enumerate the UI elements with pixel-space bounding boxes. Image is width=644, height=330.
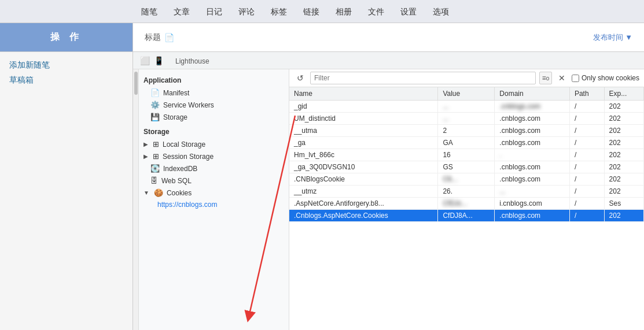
- devtools-body: Application 📄 Manifest ⚙️ Service Worker…: [133, 69, 644, 330]
- only-show-cookies-label[interactable]: Only show cookies: [572, 74, 639, 82]
- top-nav-item[interactable]: 相册: [327, 0, 360, 23]
- cell-path: /: [569, 198, 604, 210]
- cell-exp: Ses: [604, 198, 643, 210]
- cell-name: _ga: [289, 137, 438, 149]
- cell-domain: i.cnblogs.com: [495, 198, 570, 210]
- cell-name: UM_distinctid: [289, 113, 438, 125]
- filter-bar: ↺ ≡o ✕ Only show cookies: [289, 69, 644, 87]
- blog-title-area: 标题 📄: [145, 32, 174, 43]
- cell-domain: .cnblogs.com: [495, 173, 570, 186]
- top-nav-item[interactable]: 评论: [230, 0, 263, 23]
- session-storage-item[interactable]: ▶ ⊞ Session Storage: [139, 150, 289, 162]
- table-row[interactable]: _gid....cnblogs.com/202: [289, 101, 644, 113]
- top-nav-item[interactable]: 选项: [425, 0, 457, 23]
- title-label: 标题: [145, 32, 161, 43]
- cookie-table[interactable]: Name Value Domain Path Exp... _gid....cn…: [289, 87, 644, 330]
- cell-value: ...: [438, 101, 495, 113]
- inspect-icon[interactable]: ⬜: [138, 54, 152, 68]
- service-workers-icon: ⚙️: [150, 101, 160, 109]
- top-nav-item[interactable]: 标签: [263, 0, 295, 23]
- cell-name: _ga_3Q0DVSGN10: [289, 161, 438, 173]
- table-row[interactable]: .AspNetCore.Antiforgery.b8...CfDJc...i.c…: [289, 198, 644, 210]
- only-show-cookies-checkbox[interactable]: [572, 75, 579, 82]
- cell-exp: 202: [604, 161, 643, 173]
- application-section-title: Application: [139, 74, 289, 87]
- cell-path: /: [569, 125, 604, 137]
- cell-domain: .cnblogs.com: [495, 137, 570, 149]
- table-row[interactable]: .CNBlogsCookieC6....cnblogs.com/202: [289, 173, 644, 186]
- cookies-icon: 🍪: [154, 188, 163, 197]
- cell-domain: .cnblogs.com: [495, 113, 570, 125]
- table-row[interactable]: __utma2.cnblogs.com/202: [289, 125, 644, 137]
- table-row[interactable]: __utmz26..../202: [289, 186, 644, 198]
- cookies-sub-item[interactable]: https://cnblogs.com: [139, 199, 289, 210]
- filter-options-button[interactable]: ≡o: [539, 72, 552, 84]
- top-nav-item[interactable]: 随笔: [133, 0, 165, 23]
- refresh-button[interactable]: ↺: [294, 72, 307, 84]
- indexeddb-icon: 💽: [150, 164, 160, 173]
- cell-path: /: [569, 137, 604, 149]
- cell-exp: 202: [604, 125, 643, 137]
- col-exp: Exp...: [604, 87, 643, 101]
- table-row[interactable]: UM_distinctid....cnblogs.com/202: [289, 113, 644, 125]
- cell-path: /: [569, 210, 604, 222]
- devtools-tab-lighthouse[interactable]: Lighthouse: [168, 53, 223, 69]
- filter-clear-button[interactable]: ✕: [555, 72, 568, 84]
- col-name: Name: [289, 87, 438, 101]
- local-storage-item[interactable]: ▶ ⊞ Local Storage: [139, 138, 289, 150]
- websql-item[interactable]: 🗄 Web SQL: [139, 175, 289, 187]
- storage-icon: 💾: [150, 113, 160, 121]
- blog-sidebar-link[interactable]: 添加新随笔: [0, 58, 133, 73]
- main-layout: 添加新随笔草稿箱 ⬜ 📱 ElementsConsoleSourcesNetwo…: [0, 52, 644, 330]
- cell-value: CfDJ8A...: [438, 210, 495, 222]
- top-nav-item[interactable]: 链接: [295, 0, 327, 23]
- blog-content-header: 标题 📄 发布时间 ▼: [133, 23, 644, 51]
- table-row[interactable]: Hm_lvt_866c16./202: [289, 149, 644, 161]
- manifest-item[interactable]: 📄 Manifest: [139, 87, 289, 99]
- top-nav-item[interactable]: 文件: [360, 0, 392, 23]
- cell-exp: 202: [604, 137, 643, 149]
- top-nav-item[interactable]: 文章: [165, 0, 198, 23]
- cell-domain: .cnblogs.com: [495, 210, 570, 222]
- cell-domain: .cnblogs.com: [495, 161, 570, 173]
- devtools-panel: ⬜ 📱 ElementsConsoleSourcesNetworkPerform…: [133, 52, 644, 330]
- top-nav-item[interactable]: 日记: [198, 0, 230, 23]
- cell-value: 2: [438, 125, 495, 137]
- top-nav-item[interactable]: 设置: [392, 0, 425, 23]
- cell-value: GA: [438, 137, 495, 149]
- cookies-arrow: ▼: [143, 190, 149, 196]
- cell-value: GS: [438, 161, 495, 173]
- cell-exp: 202: [604, 186, 643, 198]
- cell-path: /: [569, 149, 604, 161]
- cell-domain: ...: [495, 186, 570, 198]
- cell-value: ...: [438, 113, 495, 125]
- publish-time-dropdown[interactable]: 发布时间 ▼: [593, 32, 632, 43]
- cell-exp: 202: [604, 210, 643, 222]
- cookies-data-table: Name Value Domain Path Exp... _gid....cn…: [289, 87, 644, 222]
- storage-item[interactable]: 💾 Storage: [139, 111, 289, 123]
- devtools-tabs: ⬜ 📱 ElementsConsoleSourcesNetworkPerform…: [133, 52, 644, 69]
- cookies-item[interactable]: ▼ 🍪 Cookies: [139, 187, 289, 199]
- cell-name: .CNBlogsCookie: [289, 173, 438, 186]
- filter-input[interactable]: [310, 72, 536, 84]
- table-row[interactable]: _gaGA.cnblogs.com/202: [289, 137, 644, 149]
- service-workers-item[interactable]: ⚙️ Service Workers: [139, 99, 289, 111]
- indexeddb-item[interactable]: 💽 IndexedDB: [139, 162, 289, 175]
- cell-domain: .: [495, 149, 570, 161]
- cell-name: __utmz: [289, 186, 438, 198]
- blog-header: 操 作 标题 📄 发布时间 ▼: [0, 23, 644, 52]
- blog-sidebar-link[interactable]: 草稿箱: [0, 73, 133, 88]
- storage-section-title: Storage: [139, 125, 289, 138]
- table-row[interactable]: _ga_3Q0DVSGN10GS.cnblogs.com/202: [289, 161, 644, 173]
- col-path: Path: [569, 87, 604, 101]
- cell-name: .Cnblogs.AspNetCore.Cookies: [289, 210, 438, 222]
- local-storage-arrow: ▶: [143, 141, 148, 147]
- cell-exp: 202: [604, 149, 643, 161]
- cell-domain: .cnblogs.com: [495, 101, 570, 113]
- websql-icon: 🗄: [150, 176, 158, 185]
- session-storage-icon: ⊞: [153, 152, 159, 161]
- cell-value: CfDJc...: [438, 198, 495, 210]
- session-storage-arrow: ▶: [143, 153, 148, 160]
- device-icon[interactable]: 📱: [152, 54, 165, 68]
- table-row[interactable]: .Cnblogs.AspNetCore.CookiesCfDJ8A....cnb…: [289, 210, 644, 222]
